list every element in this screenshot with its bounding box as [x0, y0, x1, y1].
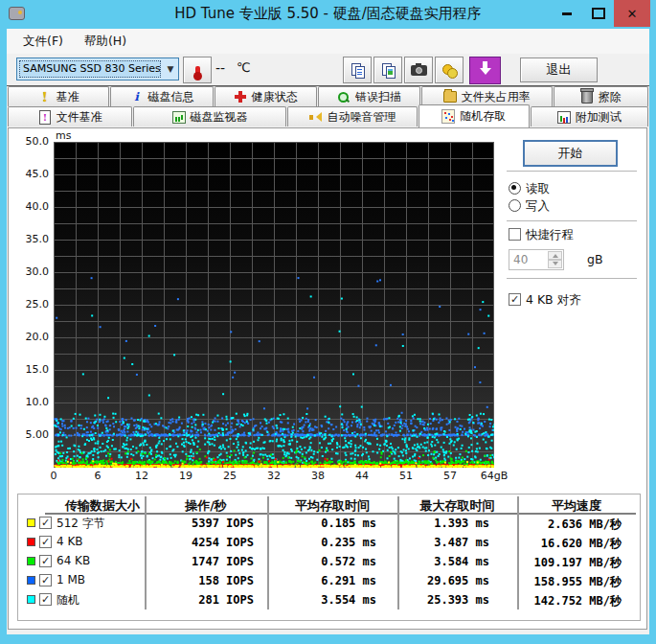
screenshot-button[interactable] — [404, 57, 433, 83]
arrow-up-icon — [553, 251, 558, 258]
tab-health[interactable]: 健康状态 — [215, 86, 317, 106]
tab-strip: !基准 i磁盘信息 健康状态 错误扫描 文件夹占用率 擦除 文件基准 磁盘监视器… — [7, 86, 649, 128]
separator — [507, 220, 637, 224]
tab-label: 随机存取 — [460, 108, 506, 125]
close-icon: ✕ — [627, 7, 638, 21]
max-access-value: 1.393 ms — [399, 517, 489, 530]
options-button[interactable] — [435, 57, 464, 83]
tab-label: 附加测试 — [576, 109, 622, 126]
series-color-swatch — [27, 518, 35, 527]
tab-label: 磁盘信息 — [147, 89, 193, 105]
y-tick-label: 25.0 — [12, 298, 49, 310]
thermometer-icon — [195, 66, 200, 77]
maximize-icon — [592, 8, 605, 19]
menu-help[interactable]: 帮助(H) — [76, 31, 135, 53]
tab-error-scan[interactable]: 错误扫描 — [318, 86, 420, 106]
y-tick-label: 15.0 — [12, 363, 49, 376]
folder-icon — [443, 90, 457, 104]
series-label: 随机 — [57, 592, 79, 609]
avg-access-value: 0.572 ms — [269, 555, 376, 568]
read-label[interactable]: 读取 — [526, 181, 550, 197]
align-label[interactable]: 4 KB 对齐 — [526, 292, 581, 309]
app-window: HD Tune 专业版 5.50 - 硬盘/固态硬盘实用程序 ✕ 文件(F) 帮… — [0, 0, 656, 644]
align-checkbox[interactable] — [509, 293, 521, 306]
series-color-swatch — [27, 576, 35, 585]
copy-image-button[interactable] — [373, 57, 402, 83]
write-radio[interactable] — [509, 199, 521, 212]
x-tick-label: 51 — [399, 470, 413, 482]
avg-speed-value: 16.620 MB/秒 — [519, 536, 622, 552]
arrow-down-icon — [553, 262, 558, 268]
series-checkbox[interactable] — [39, 517, 52, 529]
avg-speed-value: 142.752 MB/秒 — [519, 593, 622, 610]
menu-file[interactable]: 文件(F) — [14, 31, 72, 53]
max-access-value: 25.393 ms — [399, 593, 489, 607]
avg-speed-value: 2.636 MB/秒 — [519, 517, 622, 533]
avg-speed-value: 158.955 MB/秒 — [519, 574, 622, 590]
save-button[interactable] — [469, 57, 501, 84]
tab-folder-usage[interactable]: 文件夹占用率 — [421, 86, 553, 106]
copy-text-button[interactable] — [343, 57, 372, 83]
series-checkbox[interactable] — [39, 574, 52, 586]
menu-bar: 文件(F) 帮助(H) — [7, 29, 649, 54]
spin-up-button[interactable] — [548, 251, 562, 260]
avg-speed-value: 109.197 MB/秒 — [519, 555, 622, 571]
series-checkbox[interactable] — [39, 536, 52, 548]
write-label[interactable]: 写入 — [526, 198, 550, 215]
y-tick-label: 50.0 — [12, 135, 49, 148]
short-stroke-label[interactable]: 快捷行程 — [526, 227, 574, 243]
exclamation-icon: ! — [38, 90, 52, 104]
x-tick-label: 44 — [355, 470, 369, 482]
magnifier-icon — [337, 90, 351, 104]
start-button[interactable]: 开始 — [523, 140, 618, 167]
maximize-button[interactable] — [582, 0, 614, 27]
download-icon-head — [480, 68, 491, 80]
temperature-unit: ℃ — [237, 60, 251, 75]
max-access-value: 3.584 ms — [399, 555, 489, 568]
series-checkbox[interactable] — [39, 593, 52, 606]
client-area: 文件(F) 帮助(H) SAMSUNG SSD 830 Series (64 g… — [7, 29, 649, 634]
temperature-value: -- — [215, 60, 225, 76]
chevron-down-icon[interactable]: ▼ — [163, 58, 178, 80]
tab-file-benchmark[interactable]: 文件基准 — [8, 106, 132, 126]
tab-benchmark[interactable]: !基准 — [8, 86, 109, 106]
tab-erase[interactable]: 擦除 — [554, 86, 648, 106]
short-stroke-checkbox[interactable] — [509, 228, 521, 241]
speaker-icon — [308, 110, 322, 124]
avg-access-value: 3.554 ms — [269, 593, 376, 607]
scatter-icon — [441, 110, 455, 124]
drive-select[interactable]: SAMSUNG SSD 830 Series (64 gB) ▼ — [16, 58, 179, 80]
y-tick-label: 30.0 — [12, 265, 49, 278]
tab-label: 文件夹占用率 — [462, 89, 531, 105]
x-tick-label: 0 — [51, 470, 57, 482]
read-radio[interactable] — [509, 182, 521, 195]
capacity-spinner[interactable]: 40 — [509, 249, 564, 270]
minimize-icon — [562, 12, 572, 15]
series-label: 1 MB — [57, 573, 85, 586]
temperature-button[interactable] — [183, 57, 212, 83]
tab-random-access[interactable]: 随机存取 — [418, 104, 530, 127]
ops-value: 4254 IOPS — [147, 536, 254, 549]
table-row: 512 字节 5397 IOPS 0.185 ms 1.393 ms 2.636… — [18, 514, 640, 533]
tab-aam[interactable]: 自动噪音管理 — [287, 106, 418, 126]
exit-button[interactable]: 退出 — [520, 58, 598, 82]
x-tick-label: 32 — [267, 470, 281, 482]
tab-row-1: !基准 i磁盘信息 健康状态 错误扫描 文件夹占用率 擦除 — [8, 86, 649, 106]
avg-access-value: 0.185 ms — [269, 517, 376, 530]
ops-value: 281 IOPS — [147, 593, 254, 607]
tab-extra-tests[interactable]: 附加测试 — [531, 106, 648, 126]
capacity-value: 40 — [513, 253, 528, 266]
tab-disk-monitor[interactable]: 磁盘监视器 — [133, 106, 286, 126]
minimize-button[interactable] — [551, 0, 582, 27]
series-color-swatch — [27, 595, 35, 604]
x-tick-label: 38 — [311, 470, 325, 482]
spin-down-button[interactable] — [548, 260, 562, 268]
tab-disk-info[interactable]: i磁盘信息 — [110, 86, 213, 106]
separator — [507, 278, 637, 282]
tab-label: 错误扫描 — [355, 89, 401, 105]
series-checkbox[interactable] — [39, 555, 52, 567]
info-icon: i — [129, 90, 143, 104]
toolbar: SAMSUNG SSD 830 Series (64 gB) ▼ -- ℃ 退出 — [7, 54, 649, 86]
close-button[interactable]: ✕ — [614, 0, 650, 27]
series-color-swatch — [27, 557, 35, 565]
